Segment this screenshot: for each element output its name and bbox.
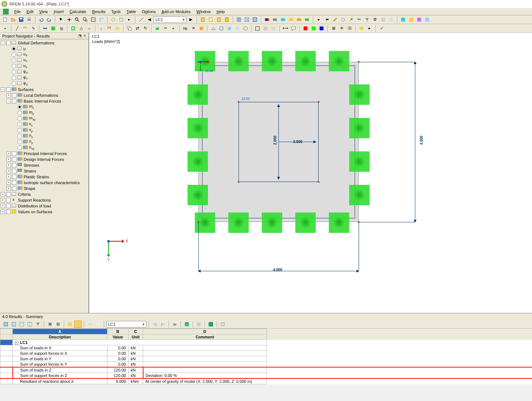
tree-distribution[interactable]: +Distribution of load xyxy=(0,203,88,209)
mod3-icon[interactable] xyxy=(415,16,423,23)
table-row-highlighted[interactable]: Sum of loads in Z120.00kN xyxy=(0,367,532,373)
menu-file[interactable]: File xyxy=(12,9,23,15)
rt-table1-icon[interactable] xyxy=(18,321,25,328)
wcs-icon[interactable]: ▸ xyxy=(126,16,133,23)
rt-lc-next-icon[interactable]: ▷ xyxy=(159,321,166,328)
tree-gd-phiy[interactable]: φY xyxy=(0,75,88,81)
divide-icon[interactable]: ✂ xyxy=(162,25,169,32)
load2-icon[interactable] xyxy=(106,25,113,32)
vec-icon[interactable]: ↗ xyxy=(347,16,355,23)
tree-bi-vy[interactable]: vy xyxy=(0,127,88,133)
rt-export-icon[interactable] xyxy=(207,321,214,328)
collapse-icon[interactable]: − xyxy=(7,99,11,103)
table-row[interactable]: Sum of support forces in X0.00kN xyxy=(0,351,532,356)
col-A[interactable]: A xyxy=(13,329,107,334)
app-menu-icon[interactable] xyxy=(3,9,9,15)
sections-icon[interactable] xyxy=(331,16,339,23)
tree-plastic[interactable]: +Plastic Strains xyxy=(0,174,88,180)
mesh1-icon[interactable] xyxy=(235,16,243,23)
nav-tree[interactable]: −Global Deformations u uX uY uZ φX φY φZ… xyxy=(0,39,88,313)
menu-insert[interactable]: Insert xyxy=(51,9,66,15)
col-C[interactable]: C xyxy=(129,329,143,334)
rt-view1-icon[interactable] xyxy=(86,321,94,328)
tree-shape[interactable]: +Shape xyxy=(0,186,88,191)
rt-nav2-icon[interactable] xyxy=(74,321,82,328)
grasp-icon[interactable] xyxy=(110,16,117,23)
menu-edit[interactable]: Edit xyxy=(24,9,36,15)
wire-icon[interactable] xyxy=(254,25,261,32)
iso-icon[interactable] xyxy=(339,16,347,23)
tree-bi-nx[interactable]: nx xyxy=(0,133,88,139)
expand-icon[interactable]: + xyxy=(7,180,11,185)
menu-window[interactable]: Window xyxy=(194,9,213,15)
menu-view[interactable]: View xyxy=(37,9,51,15)
tree-strains[interactable]: +Strains xyxy=(0,168,88,174)
menu-table[interactable]: Table xyxy=(124,9,138,15)
tree-values-surfaces[interactable]: +Values on Surfaces xyxy=(0,209,88,215)
rt-prev-icon[interactable] xyxy=(10,321,17,328)
view-persp-icon[interactable] xyxy=(210,25,217,32)
tree-stresses[interactable]: +Stresses xyxy=(0,162,88,168)
labels-icon[interactable]: Ⓐ xyxy=(346,25,353,32)
load1-icon[interactable]: ↓ xyxy=(98,25,105,32)
hdr-unit[interactable]: Unit xyxy=(129,334,143,340)
save-icon[interactable] xyxy=(17,16,25,23)
res2-icon[interactable] xyxy=(271,16,279,23)
support-icon[interactable]: △ xyxy=(78,25,85,32)
mesh3-icon[interactable] xyxy=(251,16,259,23)
tree-principal[interactable]: +Principal Internal Forces xyxy=(0,151,88,156)
solid-icon[interactable] xyxy=(58,25,65,32)
member-icon[interactable] xyxy=(42,25,49,32)
rt-collapse-icon[interactable]: ⊟ xyxy=(54,321,62,328)
zoom-fit-icon[interactable] xyxy=(90,16,97,23)
del-load-icon[interactable] xyxy=(198,25,205,32)
color1-icon[interactable] xyxy=(302,25,309,32)
expand-icon[interactable]: + xyxy=(1,192,5,196)
rt-print-icon[interactable] xyxy=(171,321,178,328)
view-side-icon[interactable] xyxy=(234,25,241,32)
axes-icon[interactable]: ✛ xyxy=(338,25,345,32)
arc-icon[interactable]: ◠ xyxy=(21,25,29,32)
check-icon[interactable]: ✓ xyxy=(378,25,385,32)
trans-icon[interactable] xyxy=(270,25,277,32)
color2-icon[interactable] xyxy=(310,25,317,32)
view-front-icon[interactable] xyxy=(226,25,233,32)
hinge-icon[interactable]: ○ xyxy=(86,25,93,32)
rt-lc-prev-icon[interactable]: ◁ xyxy=(151,321,158,328)
mod2-icon[interactable] xyxy=(407,16,415,23)
res6-icon[interactable] xyxy=(303,16,311,23)
view-top-icon[interactable] xyxy=(218,25,225,32)
res5-icon[interactable] xyxy=(295,16,303,23)
res3-icon[interactable] xyxy=(279,16,287,23)
load-case-dropdown[interactable]: LC1 ▾ xyxy=(154,16,186,23)
calc3-icon[interactable] xyxy=(215,16,222,23)
tree-surfaces[interactable]: −Surfaces xyxy=(0,87,88,92)
select-icon[interactable] xyxy=(58,16,65,23)
node-icon[interactable]: • xyxy=(1,25,9,32)
table-group-row[interactable]: −LC1 xyxy=(0,340,532,345)
rt-first-icon[interactable] xyxy=(2,321,9,328)
zoom-window-icon[interactable] xyxy=(82,16,89,23)
print-icon[interactable] xyxy=(25,16,33,23)
load3-icon[interactable] xyxy=(114,25,121,32)
placeholder-icon[interactable] xyxy=(379,16,387,23)
line-icon[interactable]: ╱ xyxy=(13,25,21,32)
expand-icon[interactable]: + xyxy=(7,169,11,173)
expand-icon[interactable]: + xyxy=(1,198,5,202)
expand-icon[interactable]: + xyxy=(7,186,11,191)
expand-icon[interactable]: + xyxy=(7,151,11,156)
close-panel-icon[interactable]: ✕ xyxy=(83,33,86,38)
opening-icon[interactable] xyxy=(70,25,77,32)
tree-gd-phiz[interactable]: φZ xyxy=(0,81,88,87)
new-icon[interactable] xyxy=(1,16,9,23)
res4-icon[interactable] xyxy=(287,16,295,23)
tree-local-def[interactable]: +Local Deformations xyxy=(0,92,88,98)
tree-support-reactions[interactable]: +Support Reactions xyxy=(0,197,88,203)
menu-options[interactable]: Options xyxy=(139,9,158,15)
res1-icon[interactable] xyxy=(263,16,271,23)
clip-icon[interactable]: ✂ xyxy=(355,16,363,23)
color3-icon[interactable] xyxy=(318,25,325,32)
tree-bi-mx[interactable]: mx xyxy=(0,104,88,110)
tree-gd-uy[interactable]: uY xyxy=(0,57,88,63)
calc4-icon[interactable] xyxy=(223,16,230,23)
